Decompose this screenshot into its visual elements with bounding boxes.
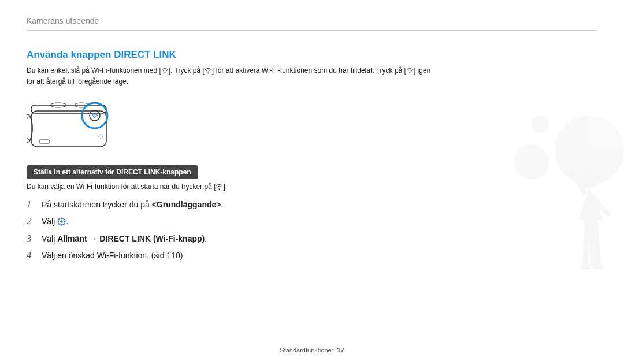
svg-rect-4: [31, 105, 106, 113]
step-text: Välj .: [42, 217, 68, 228]
svg-rect-12: [39, 140, 50, 143]
step-1: 1 På startskärmen trycker du på <Grundlä…: [27, 199, 431, 210]
step-text: Välj en önskad Wi-Fi-funktion. (sid 110): [42, 251, 183, 260]
step-text-part: .: [205, 234, 207, 243]
step-text-part: Välj en önskad Wi-Fi-funktion. (sid 110): [42, 251, 183, 260]
step-2: 2 Välj .: [27, 216, 431, 228]
step-3: 3 Välj Allmänt → DIRECT LINK (Wi-Fi-knap…: [27, 233, 431, 244]
svg-point-2: [409, 73, 410, 74]
intro-text-3: ] för att aktivera Wi-Fi-funktionen som …: [212, 66, 406, 75]
breadcrumb: Kamerans utseende: [27, 16, 99, 25]
wifi-icon: [161, 68, 169, 74]
wifi-icon: [216, 184, 223, 190]
svg-rect-23: [593, 265, 603, 269]
svg-rect-22: [580, 265, 590, 269]
step-number: 2: [27, 216, 42, 227]
intro-paragraph: Du kan enkelt slå på Wi-Fi-funktionen me…: [27, 65, 431, 87]
svg-point-14: [219, 189, 220, 190]
svg-point-13: [99, 135, 102, 138]
step-text-part: Välj: [42, 234, 57, 243]
wifi-icon: [205, 68, 212, 74]
step-4: 4 Välj en önskad Wi-Fi-funktion. (sid 11…: [27, 250, 431, 261]
sub-paragraph: Du kan välja en Wi-Fi-funktion för att s…: [27, 183, 431, 191]
step-number: 3: [27, 233, 42, 244]
step-text-part: .: [66, 217, 68, 226]
step-text: Välj Allmänt → DIRECT LINK (Wi-Fi-knapp)…: [42, 234, 207, 243]
svg-point-16: [61, 220, 63, 222]
wifi-icon: [406, 68, 414, 74]
svg-point-11: [94, 117, 95, 118]
step-text-part: På startskärmen trycker du på: [42, 200, 152, 209]
step-text-part: .: [221, 200, 223, 209]
step-number: 4: [27, 250, 42, 261]
camera-illustration: [27, 95, 431, 155]
step-text-bold: <Grundläggande>: [152, 200, 221, 209]
svg-point-1: [207, 73, 209, 74]
sub-heading: Ställa in ett alternativ för DIRECT LINK…: [27, 165, 198, 179]
divider: [27, 30, 597, 31]
step-number: 1: [27, 199, 42, 210]
step-text: På startskärmen trycker du på <Grundlägg…: [42, 200, 223, 209]
section-title: Använda knappen DIRECT LINK: [27, 49, 431, 61]
sub-text-2: ].: [223, 183, 227, 191]
page-number: 17: [337, 347, 344, 354]
footer-label: Standardfunktioner: [280, 347, 333, 354]
sub-text-1: Du kan välja en Wi-Fi-funktion för att s…: [27, 183, 216, 191]
steps-list: 1 På startskärmen trycker du på <Grundlä…: [27, 199, 431, 261]
svg-point-0: [164, 73, 165, 74]
intro-text-2: ]. Tryck på [: [169, 66, 205, 75]
main-content: Använda knappen DIRECT LINK Du kan enkel…: [27, 49, 431, 266]
settings-icon: [57, 217, 66, 228]
footer: Standardfunktioner 17: [0, 347, 624, 354]
step-text-part: Välj: [42, 217, 57, 226]
intro-text-1: Du kan enkelt slå på Wi-Fi-funktionen me…: [27, 66, 161, 75]
step-text-bold: Allmänt → DIRECT LINK (Wi-Fi-knapp): [57, 234, 205, 243]
